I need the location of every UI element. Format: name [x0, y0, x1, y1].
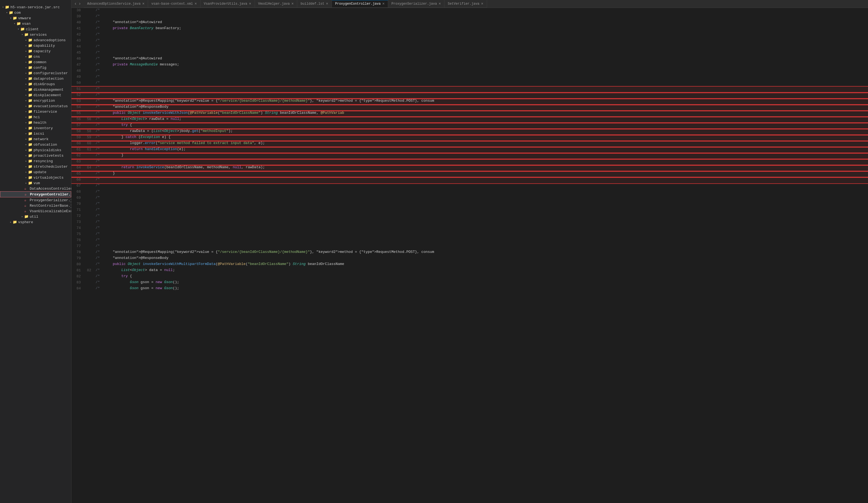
line-diff: [85, 220, 93, 226]
sidebar-item-config[interactable]: ▸ 📁 config: [0, 65, 71, 70]
tab-tab5[interactable]: builddef.lst ×: [297, 0, 332, 8]
tab-close-button[interactable]: ×: [195, 2, 197, 6]
sidebar-item-update[interactable]: ▸ 📁 update: [0, 169, 71, 175]
sidebar-item-proactivetests[interactable]: ▸ 📁 proactivetests: [0, 153, 71, 158]
nav-back-arrow[interactable]: ‹: [74, 1, 78, 6]
sidebar-item-client[interactable]: ▾ 📁 client: [0, 27, 71, 32]
sidebar-item-ProxygenController[interactable]: ☕ ProxygenController.java: [0, 191, 71, 197]
line-code-content: /*: [93, 201, 868, 208]
sidebar-item-label: VsanUiLocalizableException.java: [30, 209, 71, 213]
sidebar-item-diskmanagement[interactable]: ▸ 📁 diskmanagement: [0, 87, 71, 92]
folder-arrow-icon: ▸: [24, 149, 28, 152]
line-number: 63: [71, 159, 85, 165]
code-table: 38/*39/*40/* "annotation">@Autowired41/*…: [71, 8, 868, 292]
nav-forward-arrow[interactable]: ›: [78, 1, 82, 6]
line-diff: [85, 38, 93, 44]
line-number: 80: [71, 262, 85, 268]
sidebar-item-configurecluster[interactable]: ▸ 📁 configurecluster: [0, 70, 71, 76]
line-diff: [85, 123, 93, 129]
code-line-71: 71/*: [71, 208, 868, 213]
sidebar-item-dataprotection[interactable]: ▸ 📁 dataprotection: [0, 76, 71, 81]
sidebar-item-physicaldisks[interactable]: ▸ 📁 physicaldisks: [0, 147, 71, 153]
sidebar-item-network[interactable]: ▸ 📁 network: [0, 136, 71, 142]
line-code-content: /* }: [93, 171, 868, 177]
tab-tab1[interactable]: AdvancedOptionsService.java ×: [84, 0, 148, 8]
line-code-content: /* }: [93, 153, 868, 159]
nav-arrows: ‹ ›: [71, 0, 84, 8]
sidebar-item-resyncing[interactable]: ▸ 📁 resyncing: [0, 158, 71, 164]
line-number: 50: [71, 81, 85, 87]
sidebar-item-capacity[interactable]: ▸ 📁 capacity: [0, 48, 71, 54]
tab-tab7[interactable]: ProxygenSerializer.java ×: [388, 0, 444, 8]
tab-close-button[interactable]: ×: [291, 2, 293, 6]
sidebar-item-obfuscation[interactable]: ▸ 📁 obfuscation: [0, 142, 71, 147]
line-code-content: /*: [93, 244, 868, 250]
sidebar-item-fileservice[interactable]: ▸ 📁 fileservice: [0, 109, 71, 114]
sidebar-item-RestControllerBase[interactable]: ☕ RestControllerBase.java: [0, 203, 71, 208]
sidebar-item-iscsi[interactable]: ▸ 📁 iscsi: [0, 131, 71, 136]
sidebar-item-util[interactable]: ▸ 📁 util: [0, 214, 71, 219]
line-diff: 64: [85, 165, 93, 171]
folder-arrow-icon: ▾: [13, 22, 17, 25]
sidebar-item-common[interactable]: ▸ 📁 common: [0, 59, 71, 65]
sidebar-item-encryption[interactable]: ▸ 📁 encryption: [0, 98, 71, 103]
tab-tab6[interactable]: ProxygenController.java ×: [332, 0, 388, 8]
line-number: 69: [71, 195, 85, 201]
line-code-content: /*: [93, 213, 868, 220]
line-code-content: /* "annotation">@ResponseBody: [93, 256, 868, 262]
sidebar-item-capability[interactable]: ▸ 📁 capability: [0, 43, 71, 48]
folder-icon: 📁: [13, 16, 17, 20]
tab-tab8[interactable]: SetVerifier.java ×: [444, 0, 487, 8]
tab-close-button[interactable]: ×: [382, 2, 384, 6]
sidebar-item-hci[interactable]: ▸ 📁 hci: [0, 114, 71, 120]
sidebar-item-advancedoptions[interactable]: ▸ 📁 advancedoptions: [0, 37, 71, 43]
sidebar-item-com[interactable]: ▾ 📁 com: [0, 10, 71, 16]
tab-tab2[interactable]: vsan-base-context.xml ×: [148, 0, 200, 8]
folder-arrow-icon: ▸: [20, 215, 24, 218]
sidebar-item-services[interactable]: ▾ 📁 services: [0, 32, 71, 37]
sidebar-item-health[interactable]: ▸ 📁 health: [0, 120, 71, 125]
tab-close-button[interactable]: ×: [249, 2, 251, 6]
line-diff: [85, 44, 93, 50]
sidebar-item-vum[interactable]: ▸ 📁 vum: [0, 180, 71, 186]
sidebar-item-h5-vsan[interactable]: ▾ 📁 h5-vsan-service.jar.src: [0, 4, 71, 10]
tab-tab4[interactable]: VmodlHelper.java ×: [255, 0, 298, 8]
line-code-content: /* "annotation">@Autowired: [93, 56, 868, 62]
sidebar-item-vsphere[interactable]: ▸ 📁 vsphere: [0, 219, 71, 225]
file-tree: ▾ 📁 h5-vsan-service.jar.src ▾ 📁 com ▾ 📁 …: [0, 4, 71, 225]
sidebar-item-inventory[interactable]: ▸ 📁 inventory: [0, 125, 71, 131]
sidebar-item-ProxygenSerializer[interactable]: ☕ ProxygenSerializer.java: [0, 197, 71, 203]
sidebar-item-evacuationstatus[interactable]: ▸ 📁 evacuationstatus: [0, 103, 71, 109]
sidebar-item-VsanUiLocalizableException[interactable]: ☕ VsanUiLocalizableException.java: [0, 208, 71, 214]
sidebar-item-diskGroups[interactable]: ▸ 📁 diskGroups: [0, 81, 71, 87]
tab-close-button[interactable]: ×: [439, 2, 441, 6]
line-number: 46: [71, 56, 85, 62]
folder-arrow-icon: ▸: [9, 220, 13, 224]
line-code-content: /*: [93, 87, 868, 93]
sidebar-item-label: capability: [33, 44, 55, 48]
sidebar-item-stretchedcluster[interactable]: ▸ 📁 stretchedcluster: [0, 164, 71, 169]
sidebar-item-vsan[interactable]: ▾ 📁 vsan: [0, 21, 71, 27]
tab-close-button[interactable]: ×: [142, 2, 144, 6]
line-code-content: /*: [93, 232, 868, 238]
tab-close-button[interactable]: ×: [481, 2, 483, 6]
code-line-81: 8182/* List<Object> data = null;: [71, 268, 868, 274]
tab-close-button[interactable]: ×: [326, 2, 328, 6]
code-editor[interactable]: 38/*39/*40/* "annotation">@Autowired41/*…: [71, 8, 868, 503]
folder-arrow-icon: ▸: [24, 99, 28, 102]
tab-tab3[interactable]: VsanProviderUtils.java ×: [200, 0, 255, 8]
sidebar-item-label: configurecluster: [33, 71, 68, 75]
line-diff: [85, 32, 93, 38]
folder-icon: 📁: [28, 159, 32, 163]
sidebar-item-virtualobjects[interactable]: ▸ 📁 virtualobjects: [0, 175, 71, 180]
sidebar-item-cns[interactable]: ▸ 📁 cns: [0, 54, 71, 59]
line-number: 79: [71, 256, 85, 262]
line-number: 82: [71, 274, 85, 280]
folder-icon: 📁: [28, 153, 32, 158]
line-diff: [85, 8, 93, 14]
line-diff: [85, 20, 93, 26]
sidebar-item-diskplacement[interactable]: ▸ 📁 diskplacement: [0, 92, 71, 98]
line-number: 57: [71, 123, 85, 129]
sidebar-item-vmware[interactable]: ▾ 📁 vmware: [0, 16, 71, 21]
sidebar-item-DataAccessController[interactable]: ☕ DataAccessController.java: [0, 186, 71, 191]
